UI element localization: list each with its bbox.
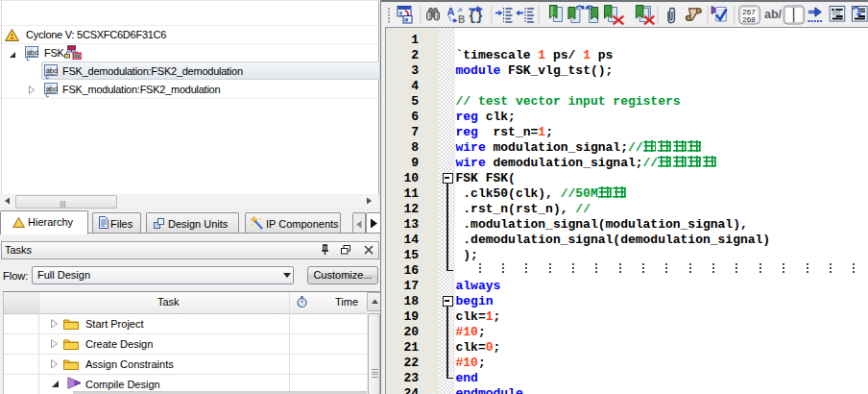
svg-text:abd: abd [27,48,39,57]
svg-text:A: A [447,6,455,17]
svg-text:abd: abd [46,85,59,93]
svg-text:ab/: ab/ [764,8,783,21]
svg-text:abd: abd [46,66,59,75]
svg-text:B: B [458,14,465,25]
svg-text:268: 268 [742,15,756,24]
